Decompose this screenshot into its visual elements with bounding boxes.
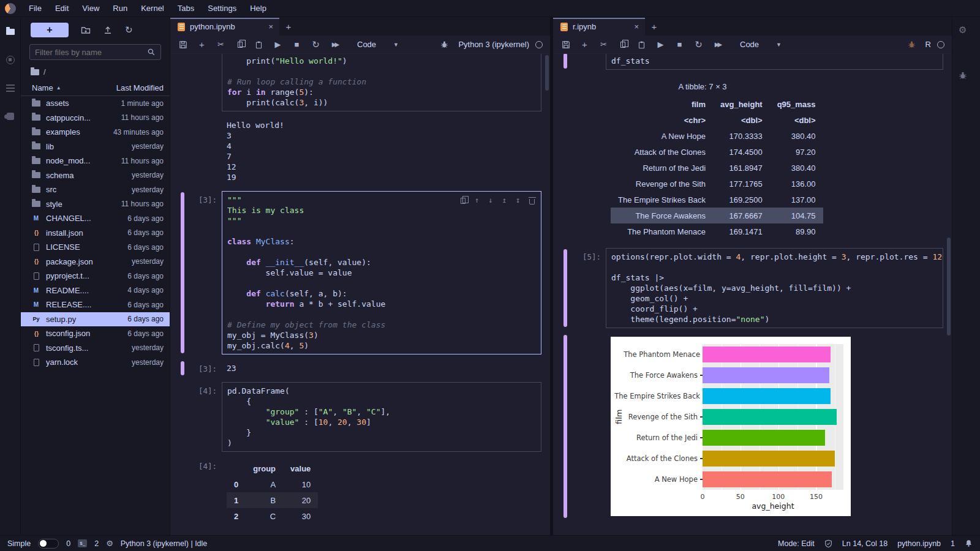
- file-row[interactable]: LICENSE6 days ago: [21, 240, 170, 255]
- code-editor[interactable]: df_stats: [606, 54, 943, 70]
- delete-cell-icon[interactable]: [529, 197, 535, 204]
- running-sessions-icon[interactable]: [4, 55, 17, 65]
- output-collapser[interactable]: [181, 361, 184, 375]
- cell-type-select[interactable]: Code ▼: [740, 40, 782, 49]
- simple-mode-toggle[interactable]: [38, 539, 59, 549]
- trust-shield-icon[interactable]: [824, 539, 832, 548]
- property-inspector-icon[interactable]: ⚙: [959, 24, 980, 36]
- close-tab-icon[interactable]: ×: [268, 22, 273, 31]
- file-row[interactable]: package.jsonyesterday: [21, 255, 170, 269]
- file-row[interactable]: CHANGEL...6 days ago: [21, 211, 170, 226]
- run-all-icon[interactable]: ▶▶: [330, 39, 340, 51]
- kernels-count[interactable]: 2: [94, 539, 99, 548]
- refresh-icon[interactable]: ↻: [125, 24, 133, 36]
- menu-run[interactable]: Run: [106, 0, 134, 17]
- tab-r-ipynb[interactable]: r.ipynb ×: [553, 18, 645, 36]
- copy-icon[interactable]: [235, 39, 245, 51]
- scrollbar-thumb[interactable]: [947, 238, 951, 335]
- duplicate-cell-icon[interactable]: [461, 198, 466, 204]
- kernel-selector[interactable]: Python 3 (ipykernel): [458, 40, 543, 49]
- app-logo-icon[interactable]: [5, 3, 16, 14]
- menu-file[interactable]: File: [22, 0, 48, 17]
- run-icon[interactable]: ▶: [655, 39, 666, 51]
- output-collapser[interactable]: [564, 335, 567, 518]
- tibble-row[interactable]: The Phantom Menace169.147189.90: [611, 223, 823, 239]
- insert-cell-below-icon[interactable]: ↧: [516, 195, 520, 206]
- file-row[interactable]: RELEASE....6 days ago: [21, 298, 170, 312]
- close-tab-icon[interactable]: ×: [634, 22, 639, 31]
- kernel-status-text[interactable]: Python 3 (ipykernel) | Idle: [121, 539, 208, 548]
- root-folder-icon[interactable]: [31, 69, 39, 75]
- cell-type-select[interactable]: Code ▼: [357, 40, 399, 49]
- menu-settings[interactable]: Settings: [201, 0, 243, 17]
- paste-icon[interactable]: [254, 39, 264, 51]
- file-row[interactable]: pyproject.t...6 days ago: [21, 269, 170, 283]
- file-row[interactable]: catppuccin...11 hours ago: [21, 111, 170, 126]
- copy-icon[interactable]: [617, 39, 628, 51]
- column-name-header[interactable]: Name: [32, 83, 53, 92]
- upload-icon[interactable]: [103, 25, 113, 35]
- paste-icon[interactable]: [636, 39, 647, 51]
- file-row[interactable]: tsconfig.json6 days ago: [21, 326, 170, 341]
- debugger-bug-icon[interactable]: [439, 39, 450, 51]
- tibble-row[interactable]: Revenge of the Sith177.1765136.00: [611, 176, 823, 192]
- cell-collapser[interactable]: [564, 249, 567, 327]
- active-file-name[interactable]: python.ipynb: [897, 539, 941, 548]
- run-icon[interactable]: ▶: [273, 39, 283, 51]
- file-row[interactable]: tsconfig.ts...yesterday: [21, 341, 170, 356]
- tibble-row[interactable]: Attack of the Clones174.450097.20: [611, 144, 823, 160]
- tab-python-ipynb[interactable]: python.ipynb ×: [170, 18, 279, 36]
- new-folder-icon[interactable]: [81, 25, 91, 35]
- interrupt-icon[interactable]: ■: [292, 39, 302, 51]
- cell-collapser[interactable]: [564, 54, 567, 69]
- bell-icon[interactable]: [965, 539, 973, 547]
- code-cell-active[interactable]: [3]: """This is my class""" class MyClas…: [170, 191, 541, 354]
- menu-edit[interactable]: Edit: [48, 0, 75, 17]
- insert-cell-above-icon[interactable]: ↥: [502, 195, 507, 206]
- tibble-row-selected[interactable]: The Force Awakens167.6667104.75: [611, 208, 823, 223]
- code-cell[interactable]: print("Hello world!") # Run loop calling…: [170, 54, 541, 111]
- column-modified-header[interactable]: Last Modified: [116, 83, 164, 92]
- cell-collapser[interactable]: [181, 192, 184, 353]
- mode-indicator[interactable]: Mode: Edit: [778, 539, 815, 548]
- breadcrumb-root[interactable]: /: [43, 67, 46, 77]
- new-tab-button[interactable]: +: [279, 18, 298, 36]
- new-tab-button[interactable]: +: [645, 18, 663, 36]
- code-cell[interactable]: df_stats: [553, 54, 943, 70]
- tibble-row[interactable]: A New Hope170.3333380.40: [611, 128, 823, 144]
- file-row[interactable]: node_mod...11 hours ago: [21, 154, 170, 168]
- restart-kernel-icon[interactable]: ↻: [693, 39, 704, 51]
- file-row[interactable]: install.json6 days ago: [21, 226, 170, 241]
- save-icon[interactable]: [178, 39, 188, 51]
- file-row[interactable]: schemayesterday: [21, 168, 170, 183]
- cut-icon[interactable]: ✂: [216, 39, 226, 51]
- file-row[interactable]: yarn.lockyesterday: [21, 355, 170, 370]
- code-editor[interactable]: pd.DataFrame( { "group" : ["A", "B", "C"…: [222, 382, 541, 452]
- table-of-contents-icon[interactable]: [4, 83, 17, 93]
- interrupt-icon[interactable]: ■: [674, 39, 685, 51]
- save-icon[interactable]: [560, 39, 571, 51]
- file-row[interactable]: srcyesterday: [21, 182, 170, 197]
- file-row[interactable]: assets1 minute ago: [21, 96, 170, 111]
- cut-icon[interactable]: ✂: [598, 39, 609, 51]
- cursor-position[interactable]: Ln 14, Col 18: [842, 539, 888, 548]
- code-cell[interactable]: [4]: pd.DataFrame( { "group" : ["A", "B"…: [170, 382, 541, 452]
- debugger-sidebar-icon[interactable]: [959, 71, 980, 80]
- scrollbar-thumb[interactable]: [545, 55, 549, 91]
- code-editor[interactable]: """This is my class""" class MyClass: de…: [222, 191, 541, 354]
- kernel-selector[interactable]: R: [925, 40, 944, 49]
- file-row[interactable]: README....4 days ago: [21, 283, 170, 298]
- run-all-icon[interactable]: ▶▶: [712, 39, 723, 51]
- menu-kernel[interactable]: Kernel: [134, 0, 171, 17]
- file-row[interactable]: examples43 minutes ago: [21, 125, 170, 140]
- code-editor[interactable]: print("Hello world!") # Run loop calling…: [222, 54, 541, 111]
- kernel-sessions-icon[interactable]: ⚙: [106, 539, 113, 548]
- menu-view[interactable]: View: [75, 0, 106, 17]
- menu-tabs[interactable]: Tabs: [171, 0, 201, 17]
- new-launcher-button[interactable]: +: [31, 23, 69, 37]
- move-cell-down-icon[interactable]: ↓: [488, 195, 492, 206]
- file-row[interactable]: style11 hours ago: [21, 197, 170, 212]
- debugger-bug-icon[interactable]: [907, 39, 917, 51]
- code-cell[interactable]: [5]: options(repr.plot.width = 4, repr.p…: [553, 248, 943, 328]
- file-row-selected[interactable]: setup.py6 days ago: [21, 312, 170, 327]
